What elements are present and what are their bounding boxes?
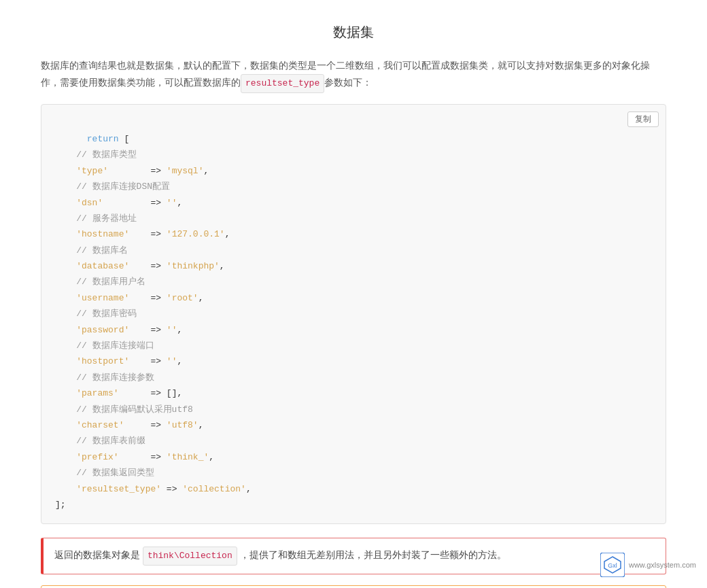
code-charset-val: 'utf8': [167, 420, 199, 430]
code-block: return [ // 数据库类型 'type' => 'mysql', // …: [55, 116, 652, 513]
code-prefix-key: 'prefix': [76, 452, 118, 462]
copy-button[interactable]: 复制: [627, 111, 659, 127]
watermark-url: www.gxlsystem.com: [629, 559, 696, 572]
code-dsn-key: 'dsn': [76, 198, 103, 208]
intro-inline-code: resultset_type: [241, 74, 324, 92]
code-comment-7: // 数据库连接端口: [55, 341, 154, 351]
page-title: 数据集: [41, 14, 666, 44]
alert-red-box: 返回的数据集对象是 think\Collection ，提供了和数组无差别用法，…: [41, 538, 666, 574]
code-resultset-key: 'resultset_type': [76, 484, 161, 494]
code-prefix-val: 'think_': [167, 452, 209, 462]
watermark: Gxl www.gxlsystem.com: [600, 553, 696, 577]
intro-paragraph: 数据库的查询结果也就是数据集，默认的配置下，数据集的类型是一个二维数组，我们可以…: [41, 57, 666, 93]
code-type-val: 'mysql': [167, 166, 204, 176]
code-close-bracket: ];: [55, 500, 66, 510]
code-comment-6: // 数据库密码: [55, 309, 137, 319]
code-params-key: 'params': [76, 388, 118, 398]
code-password-val: '': [167, 325, 177, 335]
code-dsn-val: '': [167, 198, 177, 208]
code-comment-9: // 数据库编码默认采用utf8: [55, 404, 193, 415]
code-comment-4: // 数据库名: [55, 245, 128, 256]
code-database-key: 'database': [76, 261, 129, 271]
code-comment-11: // 数据集返回类型: [55, 468, 154, 478]
code-resultset-val: 'collection': [182, 484, 246, 494]
code-database-val: 'thinkphp': [167, 261, 220, 271]
code-password-key: 'password': [76, 325, 129, 335]
code-charset-key: 'charset': [76, 420, 124, 430]
code-hostport-key: 'hostport': [76, 356, 129, 366]
code-hostname-val: '127.0.0.1': [167, 229, 225, 239]
code-line-1: return: [87, 134, 119, 144]
alert-red-suffix: ，提供了和数组无差别用法，并且另外封装了一些额外的方法。: [240, 549, 506, 560]
code-username-val: 'root': [167, 293, 199, 303]
code-block-container: 复制 return [ // 数据库类型 'type' => 'mysql', …: [41, 104, 666, 525]
code-comment-10: // 数据库表前缀: [55, 436, 145, 446]
code-type-key: 'type': [76, 166, 108, 176]
intro-text-after: 参数如下：: [324, 77, 372, 88]
code-comment-2: // 数据库连接DSN配置: [55, 181, 170, 192]
code-comment-8: // 数据库连接参数: [55, 373, 154, 383]
code-hostport-val: '': [167, 356, 177, 366]
code-comment-3: // 服务器地址: [55, 213, 137, 224]
alert-red-prefix: 返回的数据集对象是: [54, 549, 140, 560]
code-hostname-key: 'hostname': [76, 229, 129, 239]
code-comment-5: // 数据库用户名: [55, 277, 145, 287]
code-comment-1: // 数据库类型: [55, 150, 137, 160]
page-wrapper: 数据集 数据库的查询结果也就是数据集，默认的配置下，数据集的类型是一个二维数组，…: [20, 0, 687, 588]
svg-text:Gxl: Gxl: [608, 562, 617, 569]
watermark-logo: Gxl: [600, 553, 625, 577]
alert-orange-box: 在模型中进行数据集查询，全部返回数据集对象，但使用的是 think\model\…: [41, 585, 666, 588]
code-username-key: 'username': [76, 293, 129, 303]
code-bracket: [: [119, 134, 130, 144]
alert-red-code: think\Collection: [143, 547, 237, 565]
